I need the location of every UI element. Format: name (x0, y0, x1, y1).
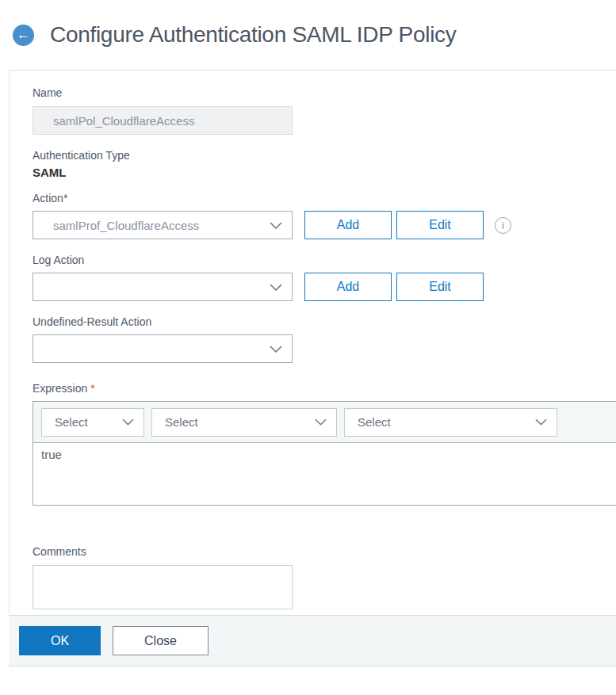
expression-label: Expression * (33, 382, 616, 395)
undefined-result-action-row (33, 334, 616, 363)
log-action-edit-button[interactable]: Edit (396, 273, 484, 301)
comments-input[interactable] (33, 565, 293, 609)
chevron-down-icon (122, 418, 134, 426)
comments-label: Comments (33, 545, 616, 559)
ok-button[interactable]: OK (19, 626, 101, 655)
page-title: Configure Authentication SAML IDP Policy (50, 22, 457, 48)
expression-builder: Select Select Select (33, 401, 616, 506)
authentication-type-label: Authentication Type (33, 149, 616, 162)
close-button[interactable]: Close (113, 626, 209, 655)
expression-select-1-value: Select (55, 415, 122, 429)
action-select[interactable]: samlProf_CloudflareAccess (33, 211, 293, 239)
arrow-left-icon: ← (17, 28, 30, 41)
log-action-row: Add Edit (33, 273, 616, 301)
required-asterisk: * (90, 382, 94, 395)
expression-builder-toolbar: Select Select Select (33, 402, 616, 443)
chevron-down-icon (270, 222, 282, 229)
chevron-down-icon (315, 418, 327, 426)
page-header: ← Configure Authentication SAML IDP Poli… (0, 0, 616, 70)
expression-input[interactable]: true (41, 448, 616, 500)
info-icon[interactable]: i (495, 217, 511, 234)
undefined-result-action-select[interactable] (33, 334, 293, 363)
action-edit-button[interactable]: Edit (396, 211, 484, 239)
name-label: Name (33, 86, 616, 100)
undefined-result-action-label: Undefined-Result Action (33, 315, 616, 329)
chevron-down-icon (270, 346, 282, 353)
form-content: Name Authentication Type SAML Action* sa… (10, 71, 616, 615)
action-add-button[interactable]: Add (304, 211, 392, 239)
expression-select-2[interactable]: Select (151, 408, 337, 437)
expression-select-1[interactable]: Select (41, 408, 144, 437)
name-input[interactable] (33, 106, 293, 135)
expression-select-3[interactable]: Select (344, 408, 557, 437)
expression-editor-area: true (33, 443, 616, 505)
log-action-select[interactable] (33, 273, 293, 301)
expression-label-text: Expression (33, 382, 90, 395)
authentication-type-value: SAML (33, 166, 616, 179)
log-action-label: Log Action (33, 254, 616, 267)
form-panel: Name Authentication Type SAML Action* sa… (9, 70, 616, 615)
action-label: Action* (33, 192, 616, 205)
chevron-down-icon (535, 418, 547, 426)
chevron-down-icon (270, 284, 282, 291)
footer-bar: OK Close (9, 615, 616, 666)
expression-select-3-value: Select (358, 415, 535, 429)
action-select-value: samlProf_CloudflareAccess (53, 219, 270, 232)
back-button[interactable]: ← (13, 25, 34, 46)
action-row: samlProf_CloudflareAccess Add Edit i (33, 211, 616, 239)
expression-select-2-value: Select (165, 415, 315, 429)
log-action-add-button[interactable]: Add (304, 273, 392, 301)
